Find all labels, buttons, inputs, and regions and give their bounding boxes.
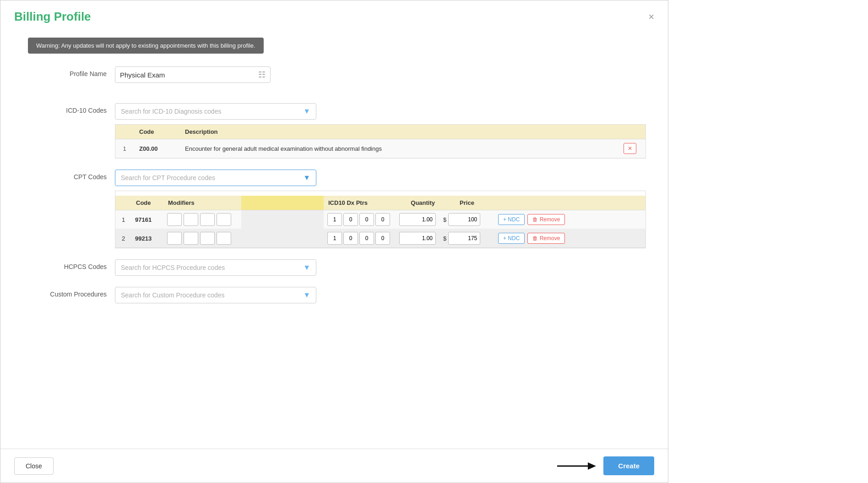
cpt-col-dx: ICD10 Dx Ptrs [324, 196, 394, 210]
cpt-row2-action-cell: + NDC 🗑 Remove [498, 233, 642, 244]
cpt-row1-desc [241, 210, 324, 229]
custom-dropdown-arrow: ▼ [303, 291, 310, 299]
icd-table-header-row: Code Description [115, 125, 646, 139]
cpt-table-container: Code Modifiers ICD10 Dx Ptrs Quantity Pr… [115, 191, 646, 248]
custom-row: Custom Procedures Search for Custom Proc… [28, 287, 640, 303]
cpt-row1-price: $ [439, 210, 494, 229]
cpt-row: CPT Codes Search for CPT Procedure codes… [28, 170, 640, 248]
cpt-row1-code: 97161 [131, 210, 163, 229]
profile-name-input-wrapper: ☷ [115, 66, 271, 83]
cpt-row2-num: 2 [115, 229, 131, 248]
icd10-search-dropdown[interactable]: Search for ICD-10 Diagnosis codes ▼ [115, 103, 316, 120]
cpt-row1-ndc-button[interactable]: + NDC [498, 214, 525, 225]
icd-col-code: Code [134, 125, 179, 139]
cpt-row1-price-input[interactable] [448, 213, 480, 226]
profile-name-field[interactable] [120, 71, 248, 79]
icd-table: Code Description 1 Z00.00 Encounter for … [115, 125, 646, 158]
cpt-row2-dx2[interactable] [343, 232, 358, 245]
cpt-row2-remove-button[interactable]: 🗑 Remove [527, 233, 565, 244]
cpt-row2-mod4[interactable] [217, 232, 231, 245]
cpt-row2-price: $ [439, 229, 494, 248]
cpt-row1-dx3[interactable] [359, 213, 374, 226]
cpt-row1-mod4[interactable] [217, 213, 231, 226]
modal-footer: Close Create [0, 449, 668, 483]
arrow-container [555, 459, 596, 473]
modal-body: Warning: Any updates will not apply to e… [0, 28, 668, 449]
svg-marker-1 [588, 462, 596, 470]
cpt-row2-code: 99213 [131, 229, 163, 248]
cpt-table-row-2: 2 99213 [115, 229, 646, 248]
cpt-label: CPT Codes [28, 170, 115, 181]
cpt-row1-qty-input[interactable] [399, 213, 436, 226]
cpt-row1-dx4[interactable] [375, 213, 390, 226]
cpt-header-row: Code Modifiers ICD10 Dx Ptrs Quantity Pr… [115, 196, 646, 210]
hcpcs-row: HCPCS Codes Search for HCPCS Procedure c… [28, 259, 640, 276]
icd10-row: ICD-10 Codes Search for ICD-10 Diagnosis… [28, 103, 640, 159]
cpt-row2-ndc-button[interactable]: + NDC [498, 233, 525, 244]
cpt-row2-dx1[interactable] [327, 232, 342, 245]
hcpcs-content: Search for HCPCS Procedure codes ▼ [115, 259, 640, 276]
cpt-row1-qty [394, 210, 439, 229]
profile-name-label: Profile Name [28, 66, 115, 77]
icd-row-action: ✕ [618, 139, 646, 158]
icd10-placeholder: Search for ICD-10 Diagnosis codes [121, 108, 221, 115]
cpt-row2-price-symbol: $ [443, 235, 446, 242]
hcpcs-placeholder: Search for HCPCS Procedure codes [121, 264, 225, 271]
icd-col-num [115, 125, 134, 139]
cpt-row2-dx [324, 229, 394, 248]
footer-right: Create [555, 456, 654, 475]
billing-profile-modal: Billing Profile × Warning: Any updates w… [0, 0, 668, 483]
cpt-col-qty: Quantity [394, 196, 439, 210]
cpt-placeholder: Search for CPT Procedure codes [121, 174, 215, 181]
cpt-col-code: Code [131, 196, 163, 210]
cpt-row1-dx [324, 210, 394, 229]
icd-row-desc: Encounter for general adult medical exam… [179, 139, 618, 158]
cpt-col-num [115, 196, 131, 210]
cpt-row1-mod1[interactable] [167, 213, 182, 226]
create-button[interactable]: Create [603, 456, 654, 475]
cpt-row1-dx2[interactable] [343, 213, 358, 226]
cpt-row2-desc [241, 229, 324, 248]
cpt-search-dropdown[interactable]: Search for CPT Procedure codes ▼ [115, 170, 316, 186]
profile-name-content: ☷ [115, 66, 640, 83]
hcpcs-label: HCPCS Codes [28, 259, 115, 270]
icd-table-container: Code Description 1 Z00.00 Encounter for … [115, 124, 646, 159]
icd10-label: ICD-10 Codes [28, 103, 115, 114]
custom-placeholder: Search for Custom Procedure codes [121, 291, 224, 299]
cpt-row1-dx1[interactable] [327, 213, 342, 226]
arrow-icon [555, 459, 596, 473]
cpt-row2-qty-input[interactable] [399, 232, 436, 245]
profile-icon: ☷ [258, 70, 266, 80]
cpt-row2-dx4[interactable] [375, 232, 390, 245]
icd-table-row: 1 Z00.00 Encounter for general adult med… [115, 139, 646, 158]
cpt-row2-price-input[interactable] [448, 232, 480, 245]
cpt-row2-mod1[interactable] [167, 232, 182, 245]
cpt-row1-price-cell: $ [443, 213, 491, 226]
cpt-row1-actions: + NDC 🗑 Remove [494, 210, 646, 229]
cpt-dropdown-arrow: ▼ [303, 174, 310, 182]
close-x-button[interactable]: × [648, 12, 654, 22]
cpt-col-price: Price [439, 196, 494, 210]
cpt-row2-mod3[interactable] [200, 232, 215, 245]
close-button[interactable]: Close [14, 457, 54, 475]
cpt-row2-dx3[interactable] [359, 232, 374, 245]
cpt-row1-mod3[interactable] [200, 213, 215, 226]
cpt-row1-action-cell: + NDC 🗑 Remove [498, 214, 642, 225]
cpt-table: Code Modifiers ICD10 Dx Ptrs Quantity Pr… [115, 196, 646, 248]
modal-title: Billing Profile [14, 10, 91, 24]
cpt-row1-remove-button[interactable]: 🗑 Remove [527, 214, 565, 225]
custom-label: Custom Procedures [28, 287, 115, 298]
hcpcs-search-dropdown[interactable]: Search for HCPCS Procedure codes ▼ [115, 259, 316, 276]
cpt-col-modifiers: Modifiers [163, 196, 241, 210]
custom-search-dropdown[interactable]: Search for Custom Procedure codes ▼ [115, 287, 316, 303]
custom-content: Search for Custom Procedure codes ▼ [115, 287, 640, 303]
cpt-row2-price-cell: $ [443, 232, 491, 245]
icd-remove-button[interactable]: ✕ [624, 143, 636, 154]
icd10-content: Search for ICD-10 Diagnosis codes ▼ Code… [115, 103, 646, 159]
cpt-row1-modifier-inputs [167, 213, 238, 226]
cpt-row2-mod2[interactable] [184, 232, 198, 245]
cpt-row1-num: 1 [115, 210, 131, 229]
cpt-content: Search for CPT Procedure codes ▼ Code Mo… [115, 170, 646, 248]
cpt-col-actions [494, 196, 646, 210]
cpt-row1-mod2[interactable] [184, 213, 198, 226]
